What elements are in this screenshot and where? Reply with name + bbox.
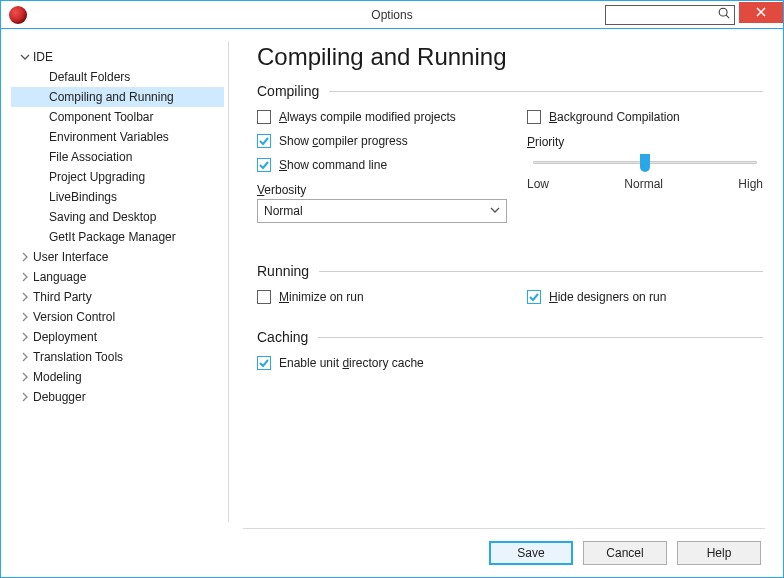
- show-command-line-checkbox[interactable]: Show command line: [257, 153, 507, 177]
- chevron-right-icon: [17, 292, 33, 302]
- hide-designers-on-run-checkbox[interactable]: Hide designers on run: [527, 285, 763, 309]
- divider: [318, 337, 763, 338]
- checkbox-checked-icon: [257, 356, 271, 370]
- priority-slider[interactable]: [533, 155, 757, 183]
- tree-item-file-association[interactable]: File Association: [11, 147, 224, 167]
- background-compilation-checkbox[interactable]: Background Compilation: [527, 105, 763, 129]
- tree-item-modeling[interactable]: Modeling: [11, 367, 224, 387]
- svg-line-1: [726, 15, 729, 18]
- checkbox-checked-icon: [257, 134, 271, 148]
- verbosity-label: Verbosity: [257, 183, 507, 197]
- checkbox-icon: [257, 110, 271, 124]
- verbosity-value: Normal: [264, 204, 303, 218]
- page-title: Compiling and Running: [257, 43, 763, 71]
- checkbox-icon: [527, 110, 541, 124]
- section-running: Running: [257, 263, 763, 279]
- verbosity-dropdown[interactable]: Normal: [257, 199, 507, 223]
- checkbox-checked-icon: [527, 290, 541, 304]
- nav-tree: IDE Default Folders Compiling and Runnin…: [11, 41, 229, 522]
- tree-item-translation-tools[interactable]: Translation Tools: [11, 347, 224, 367]
- tree-item-third-party[interactable]: Third Party: [11, 287, 224, 307]
- checkbox-icon: [257, 290, 271, 304]
- app-icon: [9, 6, 27, 24]
- search-input[interactable]: [605, 5, 735, 25]
- button-bar: Save Cancel Help: [1, 529, 783, 577]
- slider-thumb[interactable]: [640, 154, 650, 172]
- chevron-right-icon: [17, 392, 33, 402]
- tree-item-ide[interactable]: IDE: [11, 47, 224, 67]
- tree-item-project-upgrading[interactable]: Project Upgrading: [11, 167, 224, 187]
- section-compiling: Compiling: [257, 83, 763, 99]
- save-button[interactable]: Save: [489, 541, 573, 565]
- tree-item-component-toolbar[interactable]: Component Toolbar: [11, 107, 224, 127]
- priority-label: Priority: [527, 135, 763, 149]
- chevron-right-icon: [17, 372, 33, 382]
- show-compiler-progress-checkbox[interactable]: Show compiler progress: [257, 129, 507, 153]
- titlebar: Options: [1, 1, 783, 29]
- enable-unit-directory-cache-checkbox[interactable]: Enable unit directory cache: [257, 351, 763, 375]
- tree-item-livebindings[interactable]: LiveBindings: [11, 187, 224, 207]
- tree-item-getit-package-manager[interactable]: GetIt Package Manager: [11, 227, 224, 247]
- tree-item-saving-and-desktop[interactable]: Saving and Desktop: [11, 207, 224, 227]
- always-compile-checkbox[interactable]: Always compile modified projects: [257, 105, 507, 129]
- close-icon: [756, 6, 766, 19]
- options-dialog: Options IDE Default Folders: [0, 0, 784, 578]
- tree-item-user-interface[interactable]: User Interface: [11, 247, 224, 267]
- tree-item-compiling-and-running[interactable]: Compiling and Running: [11, 87, 224, 107]
- minimize-on-run-checkbox[interactable]: Minimize on run: [257, 285, 507, 309]
- divider: [329, 91, 763, 92]
- checkbox-checked-icon: [257, 158, 271, 172]
- chevron-right-icon: [17, 352, 33, 362]
- search-icon: [717, 6, 731, 23]
- chevron-right-icon: [17, 252, 33, 262]
- chevron-right-icon: [17, 272, 33, 282]
- help-button[interactable]: Help: [677, 541, 761, 565]
- chevron-right-icon: [17, 332, 33, 342]
- tree-item-language[interactable]: Language: [11, 267, 224, 287]
- cancel-button[interactable]: Cancel: [583, 541, 667, 565]
- content-panel: Compiling and Running Compiling Always c…: [229, 41, 767, 522]
- divider: [319, 271, 763, 272]
- tree-item-version-control[interactable]: Version Control: [11, 307, 224, 327]
- chevron-down-icon: [490, 204, 500, 218]
- tree-item-debugger[interactable]: Debugger: [11, 387, 224, 407]
- tree-item-environment-variables[interactable]: Environment Variables: [11, 127, 224, 147]
- tree-item-deployment[interactable]: Deployment: [11, 327, 224, 347]
- chevron-right-icon: [17, 312, 33, 322]
- svg-point-0: [719, 8, 727, 16]
- tree-item-default-folders[interactable]: Default Folders: [11, 67, 224, 87]
- chevron-down-icon: [17, 52, 33, 62]
- close-button[interactable]: [739, 2, 783, 23]
- section-caching: Caching: [257, 329, 763, 345]
